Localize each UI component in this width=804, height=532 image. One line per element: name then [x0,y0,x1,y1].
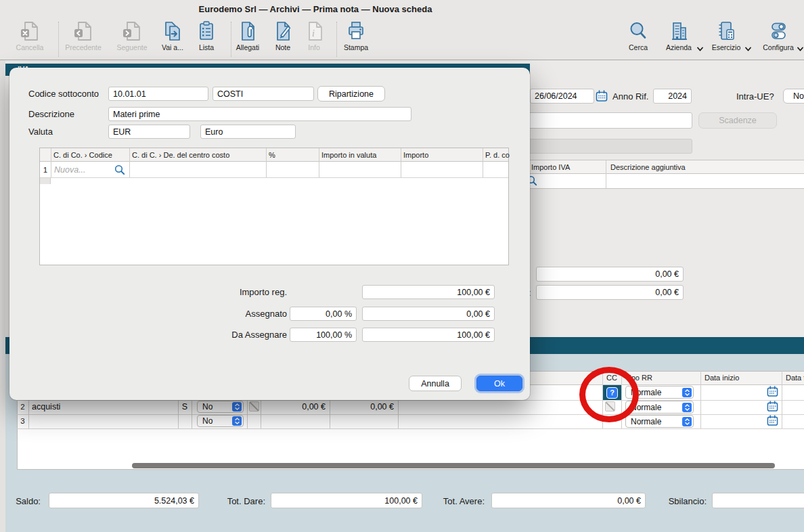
grid-line [319,148,319,177]
assegnato-percent-field[interactable]: 0,00 % [290,307,357,321]
ripartizione-dialog: Codice sottoconto 10.01.01 COSTI Riparti… [9,68,530,400]
da-assegnare-label: Da Assegnare [179,330,287,340]
saldo-field: 5.524,03 € [49,493,199,508]
background-amount-bottom-field[interactable]: 0,00 € [536,285,684,300]
grid-line [51,148,51,177]
search-icon [627,20,650,43]
da-assegnare-percent-field[interactable]: 100,00 % [290,328,357,342]
toolbar: a Cancella Precedente [0,18,804,60]
importo-reg-field[interactable]: 100,00 € [362,285,495,299]
row2-amount2: 0,00 € [330,402,394,412]
date-field[interactable]: 26/06/2024 [530,89,594,104]
calendar-icon[interactable] [767,401,778,412]
select-arrows-icon [232,416,242,426]
tot-dare-field: 100,00 € [271,493,422,508]
chevron-down-icon [797,46,804,52]
grid-line [401,148,401,177]
valuta-name-field[interactable]: Euro [200,125,296,139]
toolbar-button-cancella[interactable]: Cancella [4,20,55,51]
sbilancio-label: Sbilancio: [643,496,707,506]
valuta-code-field[interactable]: EUR [108,125,190,139]
grid-col-percent: % [269,151,275,159]
col-header-data-inizio: Data inizio [705,374,739,382]
row2-iva-select[interactable]: No [197,401,244,413]
next-document-icon [120,20,143,43]
printer-icon [344,20,367,43]
grid-col-pdc: P. d. co [485,151,510,159]
annulla-button[interactable]: Annulla [409,376,462,391]
table-line [782,371,782,428]
anno-rif-field[interactable]: 2024 [653,89,692,104]
toolbar-button-stampa[interactable]: Stampa [330,20,382,51]
tot-dare-label: Tot. Dare: [203,496,265,506]
background-amount-top-field[interactable]: 0,00 € [536,267,684,282]
calendar-icon[interactable] [767,386,778,397]
attachment-document-icon [236,20,259,43]
iva-table-col-descrizione: Descrizione aggiuntiva [610,163,686,171]
grid-col-importo-valuta: Importo in valuta [321,151,376,159]
calendar-icon[interactable] [596,90,608,102]
grid-new-row-placeholder[interactable]: Nuova... [54,165,86,175]
grid-col-importo: Importo [403,151,428,159]
row2-amount1: 0,00 € [261,402,326,412]
codice-sottoconto-field[interactable]: 10.01.01 [108,87,208,101]
red-circle-annotation [579,367,639,422]
grid-col-centro-costo: C. di C. › De. del centro costo [132,151,229,159]
window-left-margin [0,60,5,532]
select-arrows-icon [682,388,692,397]
assegnato-label: Assegnato [179,309,287,319]
row2-description: acquisti [32,402,60,412]
previous-document-icon [72,20,95,43]
grid-col-codice: C. di Co. › Codice [53,151,112,159]
info-document-icon: i [303,20,326,43]
chevron-down-icon [744,46,752,52]
table-line [700,371,701,428]
list-clipboard-icon [195,20,218,43]
window-title: Eurodemo Srl — Archivi — Prima nota — Nu… [0,4,631,14]
ok-button[interactable]: Ok [476,376,522,391]
sbilancio-field [712,493,804,508]
grid-line [266,148,267,177]
row-number: 2 [17,403,28,411]
svg-text:i: i [312,28,315,39]
grid-line [129,148,130,177]
centri-costo-grid: C. di Co. › Codice C. di C. › De. del ce… [39,148,509,265]
da-assegnare-amount-field[interactable]: 100,00 € [362,328,495,342]
table-line [17,428,804,429]
select-arrows-icon [232,402,242,412]
scadenze-button[interactable]: Scadenze [698,112,777,129]
iva-table-col-importo: Importo IVA [531,163,570,171]
row-number: 3 [17,417,28,425]
company-building-icon [667,20,690,43]
intra-ue-select[interactable]: No [783,89,804,104]
codice-sottoconto-label: Codice sottoconto [28,89,99,99]
grid-next-row-stub [40,178,51,184]
grid-line [483,148,483,177]
descrizione-field[interactable]: Materi prime [108,107,411,121]
description-field-background[interactable] [514,112,692,129]
tipo-rr-select-row3[interactable]: Normale [625,415,694,428]
tot-avere-field: 0,00 € [491,493,646,508]
readonly-field-background [514,139,692,154]
row2-disabled-checkbox [249,401,259,412]
iva-table-divider [606,160,606,188]
horizontal-scrollbar[interactable] [132,463,775,468]
toolbar-button-precedente[interactable]: Precedente [58,20,109,51]
select-arrows-icon [682,403,692,412]
anno-rif-label: Anno Rif. [612,91,648,102]
title-bar: Eurodemo Srl — Archivi — Prima nota — Nu… [0,0,804,18]
ripartizione-button[interactable]: Ripartizione [317,86,385,102]
delete-document-icon [18,20,41,43]
search-icon[interactable] [114,164,125,175]
calendar-icon[interactable] [767,415,778,426]
row3-iva-select[interactable]: No [197,415,244,427]
descrizione-label: Descrizione [28,109,74,119]
assegnato-amount-field[interactable]: 0,00 € [362,307,495,321]
conto-field[interactable]: COSTI [213,87,314,101]
tot-avere-label: Tot. Avere: [420,496,485,506]
row2-s-flag: S [178,402,192,412]
select-arrows-icon [682,417,692,426]
grid-row-number: 1 [40,166,51,174]
ledger-calculator-icon [715,20,738,43]
toggles-settings-icon [767,20,790,43]
